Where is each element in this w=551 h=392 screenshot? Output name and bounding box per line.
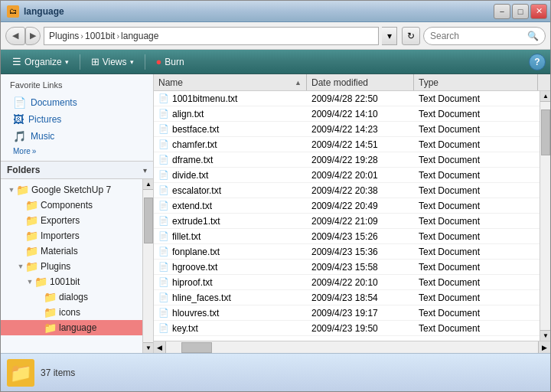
file-icon: 📄 <box>158 93 169 103</box>
folder-icon: 📁 <box>25 230 38 242</box>
scroll-thumb[interactable] <box>144 198 153 243</box>
back-button[interactable]: ◀ <box>5 27 25 45</box>
file-name: extrude1.txt <box>172 216 220 227</box>
scroll-up-button[interactable]: ▲ <box>143 179 153 190</box>
tree-item-language[interactable]: 📁 language <box>1 320 142 335</box>
favorite-documents[interactable]: 📄 Documents <box>10 94 153 111</box>
file-list-header: Name ▲ Date modified Type <box>154 74 550 91</box>
file-icon: 📄 <box>158 323 169 333</box>
views-button[interactable]: ⊞ Views ▾ <box>84 53 141 71</box>
file-row[interactable]: 📄hiproof.txt 2009/4/22 20:10 Text Docume… <box>154 275 540 290</box>
forward-button[interactable]: ▶ <box>25 27 41 45</box>
column-header-type[interactable]: Type <box>414 74 538 90</box>
file-icon: 📄 <box>158 216 169 226</box>
folders-header[interactable]: Folders ▾ <box>1 162 153 179</box>
h-scroll-thumb[interactable] <box>181 342 212 353</box>
file-row[interactable]: 📄extend.txt 2009/4/22 20:49 Text Documen… <box>154 198 540 214</box>
tree-item-google-sketchup[interactable]: ▼ 📁 Google SketchUp 7 <box>1 182 142 198</box>
nav-button-group: ◀ ▶ <box>5 27 41 45</box>
breadcrumb-plugins[interactable]: Plugins <box>49 31 79 41</box>
tree-item-exporters[interactable]: 📁 Exporters <box>1 213 142 228</box>
file-row[interactable]: 📄hline_faces.txt 2009/4/23 18:54 Text Do… <box>154 290 540 305</box>
folder-icon: 📁 <box>25 214 38 227</box>
maximize-button[interactable]: □ <box>512 4 529 19</box>
file-row[interactable]: 📄bestface.txt 2009/4/22 14:23 Text Docum… <box>154 122 540 137</box>
file-row[interactable]: 📄chamfer.txt 2009/4/22 14:51 Text Docume… <box>154 137 540 152</box>
file-name: chamfer.txt <box>172 139 217 150</box>
file-row[interactable]: 📄fonplane.txt 2009/4/23 15:36 Text Docum… <box>154 244 540 260</box>
file-row[interactable]: 📄align.txt 2009/4/22 14:10 Text Document <box>154 106 540 122</box>
file-icon: 📄 <box>158 292 169 302</box>
address-dropdown-button[interactable]: ▾ <box>382 27 397 45</box>
toolbar: ☰ Organize ▾ ⊞ Views ▾ ● Burn ? <box>1 50 550 74</box>
tree-item-importers[interactable]: 📁 Importers <box>1 228 142 243</box>
file-date: 2009/4/23 19:17 <box>307 308 414 318</box>
file-date: 2009/4/28 22:50 <box>307 93 414 104</box>
file-scroll-up-button[interactable]: ▲ <box>540 91 550 102</box>
help-button[interactable]: ? <box>529 54 546 70</box>
tree-item-icons[interactable]: 📁 icons <box>1 305 142 320</box>
file-scroll-down-button[interactable]: ▼ <box>540 330 550 341</box>
search-box[interactable]: 🔍 <box>423 27 546 45</box>
burn-button[interactable]: ● Burn <box>149 53 191 71</box>
file-type: Text Document <box>414 231 540 242</box>
horizontal-scrollbar[interactable]: ◀ ▶ <box>154 341 550 353</box>
file-date: 2009/4/23 15:58 <box>307 262 414 273</box>
title-bar-left: 🗂 language <box>7 5 64 18</box>
tree-item-components[interactable]: 📁 Components <box>1 198 142 213</box>
refresh-button[interactable]: ↻ <box>402 27 420 45</box>
folder-icon: 📁 <box>25 260 38 273</box>
expand-icon: ▼ <box>7 186 16 194</box>
file-type: Text Document <box>414 155 540 165</box>
file-date: 2009/4/22 14:23 <box>307 124 414 135</box>
file-date: 2009/4/23 19:50 <box>307 323 414 334</box>
column-header-date[interactable]: Date modified <box>307 74 414 90</box>
tree-item-materials[interactable]: 📁 Materials <box>1 243 142 259</box>
column-header-name[interactable]: Name ▲ <box>154 74 307 90</box>
file-scroll-thumb[interactable] <box>541 109 550 155</box>
file-type: Text Document <box>414 262 540 273</box>
organize-button[interactable]: ☰ Organize ▾ <box>5 53 76 71</box>
h-scroll-left-button[interactable]: ◀ <box>154 341 166 354</box>
main-content: Favorite Links 📄 Documents 🖼 Pictures 🎵 … <box>1 74 550 353</box>
tree-item-dialogs[interactable]: 📁 dialogs <box>1 289 142 305</box>
file-type: Text Document <box>414 185 540 196</box>
breadcrumb-1001bit[interactable]: 1001bit <box>85 31 115 41</box>
folder-icon: 📁 <box>25 199 38 211</box>
file-row[interactable]: 📄1001bitmenu.txt 2009/4/28 22:50 Text Do… <box>154 91 540 106</box>
h-scroll-right-button[interactable]: ▶ <box>538 341 550 354</box>
tree-label: 1001bit <box>50 276 80 287</box>
column-name-label: Name <box>158 77 183 88</box>
favorite-pictures[interactable]: 🖼 Pictures <box>10 111 153 128</box>
file-type: Text Document <box>414 216 540 227</box>
folder-tree-scrollbar[interactable]: ▲ ▼ <box>142 179 153 353</box>
file-list-scrollbar[interactable]: ▲ ▼ <box>540 91 550 341</box>
file-row[interactable]: 📄divide.txt 2009/4/22 20:01 Text Documen… <box>154 168 540 183</box>
favorite-music[interactable]: 🎵 Music <box>10 128 153 145</box>
file-row[interactable]: 📄escalator.txt 2009/4/22 20:38 Text Docu… <box>154 183 540 198</box>
address-field[interactable]: Plugins › 1001bit › language <box>44 27 379 45</box>
file-row[interactable]: 📄extrude1.txt 2009/4/22 21:09 Text Docum… <box>154 214 540 229</box>
search-input[interactable] <box>430 31 524 41</box>
minimize-button[interactable]: − <box>494 4 510 19</box>
folder-tree: ▼ 📁 Google SketchUp 7 📁 Components <box>1 179 142 353</box>
tree-item-plugins[interactable]: ▼ 📁 Plugins <box>1 259 142 274</box>
file-type: Text Document <box>414 247 540 257</box>
file-row[interactable]: 📄dframe.txt 2009/4/22 19:28 Text Documen… <box>154 152 540 168</box>
search-icon: 🔍 <box>527 31 539 41</box>
breadcrumb-language[interactable]: language <box>121 31 158 41</box>
file-row[interactable]: 📄hgroove.txt 2009/4/23 15:58 Text Docume… <box>154 260 540 275</box>
tree-item-1001bit[interactable]: ▼ 📁 1001bit <box>1 274 142 289</box>
file-row[interactable]: 📄hlouvres.txt 2009/4/23 19:17 Text Docum… <box>154 305 540 321</box>
scroll-down-button[interactable]: ▼ <box>143 342 153 353</box>
music-label: Music <box>31 131 54 142</box>
close-button[interactable]: ✕ <box>530 4 547 19</box>
file-type: Text Document <box>414 170 540 181</box>
file-row[interactable]: 📄fillet.txt 2009/4/23 15:26 Text Documen… <box>154 229 540 244</box>
scroll-track <box>143 190 153 342</box>
favorite-links: Favorite Links 📄 Documents 🖼 Pictures 🎵 … <box>1 74 153 161</box>
folder-icon: 📁 <box>25 245 38 257</box>
folder-icon: 📁 <box>44 322 57 334</box>
file-row[interactable]: 📄key.txt 2009/4/23 19:50 Text Document <box>154 321 540 336</box>
more-link[interactable]: More » <box>10 145 153 158</box>
